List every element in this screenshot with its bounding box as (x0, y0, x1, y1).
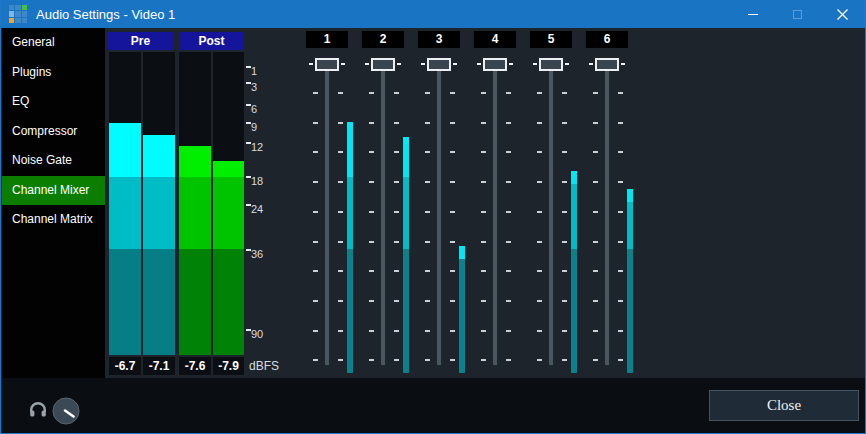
fader-scale-tick (425, 241, 430, 243)
channel-4-label: 4 (474, 31, 516, 48)
post-meter-button[interactable]: Post (179, 32, 244, 50)
fader-scale-tick (394, 122, 399, 124)
fader-scale-tick (506, 300, 511, 302)
fader-scale-tick (537, 151, 542, 153)
fader-scale-tick (506, 211, 511, 213)
fader-channel-3: 3 (411, 28, 467, 378)
fader-scale-tick (450, 151, 455, 153)
headphone-volume-knob[interactable] (52, 397, 80, 425)
fader-scale-tick (369, 181, 374, 183)
post-meter-left (179, 52, 211, 355)
pre-left-value: -6.7 (109, 357, 141, 375)
fader-scale-tick (450, 300, 455, 302)
sidebar-item-plugins[interactable]: Plugins (2, 58, 105, 88)
fader-scale-tick (450, 330, 455, 332)
meter-level-segment (179, 177, 211, 249)
fader-scale-tick (450, 270, 455, 272)
meter-level-segment (143, 177, 175, 249)
fader-scale-tick (313, 92, 318, 94)
fader-handle-6[interactable] (595, 58, 619, 71)
fader-track-1[interactable] (325, 70, 329, 365)
meter-level-segment (213, 249, 244, 355)
scale-number: 6 (251, 103, 257, 116)
fader-track-6[interactable] (605, 70, 609, 365)
meter-level-segment (571, 184, 577, 249)
fader-scale-tick (394, 181, 399, 183)
channel-1-label: 1 (306, 31, 348, 48)
fader-scale-tick (562, 151, 567, 153)
fader-handle-4[interactable] (483, 58, 507, 71)
pre-meter-left (109, 52, 141, 355)
fader-scale-tick (562, 300, 567, 302)
fader-scale-tick (618, 92, 623, 94)
fader-scale-tick (618, 151, 623, 153)
fader-track-2[interactable] (381, 70, 385, 365)
fader-scale-tick (537, 211, 542, 213)
fader-scale-tick (618, 330, 623, 332)
fader-scale-tick (481, 241, 486, 243)
fader-scale-tick (481, 181, 486, 183)
fader-track-4[interactable] (493, 70, 497, 365)
scale-number: 3 (251, 81, 257, 94)
sidebar-item-general[interactable]: General (2, 28, 105, 58)
fader-handle-1[interactable] (315, 58, 339, 71)
fader-scale-tick (506, 92, 511, 94)
fader-scale-tick (506, 270, 511, 272)
fader-scale-tick (394, 300, 399, 302)
fader-scale-tick (313, 300, 318, 302)
fader-handle-tick (589, 63, 593, 65)
fader-scale-tick (618, 211, 623, 213)
meter-level-segment (403, 249, 409, 373)
sidebar-item-eq[interactable]: EQ (2, 87, 105, 117)
fader-scale-tick (506, 241, 511, 243)
fader-scale-tick (338, 181, 343, 183)
channel-5-label: 5 (530, 31, 572, 48)
meter-level-segment (347, 122, 353, 177)
channel-2-label: 2 (362, 31, 404, 48)
minimize-button[interactable] (730, 0, 775, 28)
fader-scale-tick (338, 270, 343, 272)
fader-scale-tick (481, 92, 486, 94)
fader-handle-tick (397, 63, 401, 65)
meter-level-segment (403, 137, 409, 177)
fader-scale-tick (338, 241, 343, 243)
fader-scale-tick (618, 181, 623, 183)
fader-scale-tick (313, 151, 318, 153)
fader-scale-tick (369, 241, 374, 243)
sidebar-item-channel-matrix[interactable]: Channel Matrix (2, 205, 105, 235)
fader-handle-tick (509, 63, 513, 65)
close-button[interactable]: Close (709, 390, 859, 421)
fader-scale-tick (562, 122, 567, 124)
fader-scale-tick (425, 151, 430, 153)
fader-scale-tick (313, 122, 318, 124)
fader-scale-tick (537, 92, 542, 94)
fader-track-3[interactable] (437, 70, 441, 365)
scale-number: 9 (251, 121, 257, 134)
meter-level-segment (459, 246, 465, 259)
dbfs-unit-label: dBFS (249, 357, 279, 375)
pre-meter-button[interactable]: Pre (108, 32, 173, 50)
fader-scale-tick (481, 122, 486, 124)
sidebar-item-compressor[interactable]: Compressor (2, 117, 105, 147)
fader-handle-tick (621, 63, 625, 65)
sidebar-item-noise-gate[interactable]: Noise Gate (2, 146, 105, 176)
fader-scale-tick (562, 181, 567, 183)
sidebar-item-channel-mixer[interactable]: Channel Mixer (2, 176, 105, 206)
scale-number: 90 (251, 328, 263, 341)
fader-handle-5[interactable] (539, 58, 563, 71)
headphones-icon[interactable] (28, 399, 48, 419)
fader-handle-3[interactable] (427, 58, 451, 71)
fader-scale-tick (562, 241, 567, 243)
close-window-button[interactable] (820, 0, 865, 28)
fader-handle-tick (421, 63, 425, 65)
fader-scale-tick (506, 151, 511, 153)
fader-scale-tick (481, 330, 486, 332)
meter-level-segment (459, 259, 465, 373)
meter-level-segment (213, 161, 244, 177)
meter-level-segment (627, 189, 633, 202)
fader-scale-tick (593, 241, 598, 243)
fader-handle-2[interactable] (371, 58, 395, 71)
fader-scale-tick (481, 270, 486, 272)
fader-track-5[interactable] (549, 70, 553, 365)
fader-scale-tick (450, 122, 455, 124)
